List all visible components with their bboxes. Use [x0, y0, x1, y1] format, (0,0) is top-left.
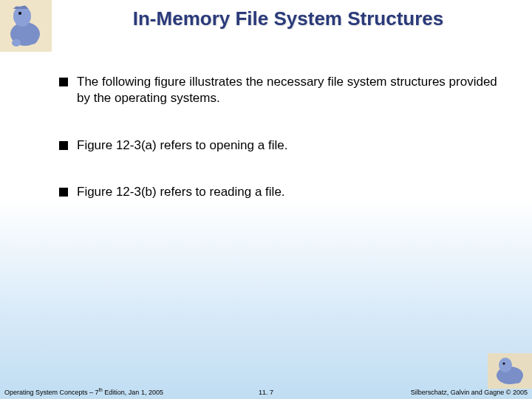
svg-point-10 — [513, 373, 522, 383]
svg-point-4 — [27, 30, 38, 44]
footer-left-prefix: Operating System Concepts – 7 — [4, 389, 99, 396]
slide-footer: Operating System Concepts – 7th Edition,… — [0, 384, 532, 396]
svg-point-3 — [18, 12, 21, 15]
footer-left: Operating System Concepts – 7th Edition,… — [4, 387, 163, 396]
slide-body: The following figure illustrates the nec… — [59, 74, 502, 231]
bullet-item: Figure 12-3(b) refers to reading a file. — [59, 184, 502, 200]
svg-point-8 — [499, 358, 512, 372]
square-bullet-icon — [59, 141, 68, 150]
square-bullet-icon — [59, 78, 68, 86]
footer-left-suffix: Edition, Jan 1, 2005 — [103, 389, 163, 396]
mascot-top-left — [0, 0, 52, 52]
slide-title: In-Memory File System Structures — [66, 7, 510, 30]
footer-copyright: Silberschatz, Galvin and Gagne © 2005 — [411, 389, 528, 396]
footer-page-number: 11. 7 — [259, 389, 273, 396]
bullet-text: Figure 12-3(b) refers to reading a file. — [77, 184, 285, 200]
svg-point-5 — [12, 39, 21, 47]
bullet-text: The following figure illustrates the nec… — [77, 74, 502, 106]
bullet-item: Figure 12-3(a) refers to opening a file. — [59, 137, 502, 154]
mascot-bottom-right — [488, 353, 532, 389]
bullet-item: The following figure illustrates the nec… — [59, 74, 502, 106]
svg-point-9 — [503, 363, 505, 365]
svg-point-2 — [13, 6, 31, 27]
square-bullet-icon — [59, 188, 68, 197]
bullet-text: Figure 12-3(a) refers to opening a file. — [77, 137, 287, 154]
